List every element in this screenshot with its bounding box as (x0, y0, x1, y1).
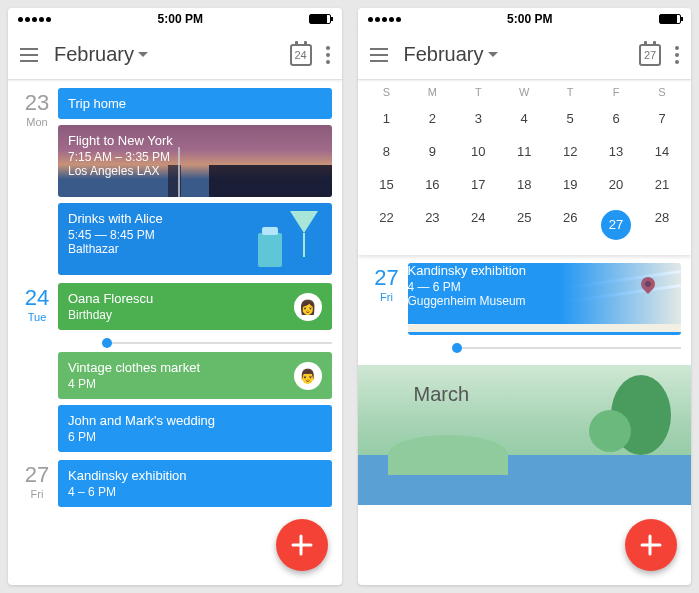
avatar: 👨 (294, 362, 322, 390)
calendar-day[interactable]: 24 (455, 210, 501, 240)
event-title: Kandinsky exhibition (68, 468, 322, 483)
date-number: 24 (16, 285, 58, 311)
signal-dots-icon (18, 17, 51, 22)
weekday-label: W (501, 86, 547, 98)
calendar-day[interactable]: 11 (501, 144, 547, 159)
calendar-day[interactable]: 26 (547, 210, 593, 240)
weekday-label: M (409, 86, 455, 98)
date-weekday: Tue (16, 311, 58, 323)
date-number: 27 (16, 462, 58, 488)
event-title: Flight to New York (68, 133, 322, 148)
calendar-day[interactable]: 27 (601, 210, 631, 240)
calendar-day[interactable]: 22 (364, 210, 410, 240)
event-time: Birthday (68, 308, 322, 322)
battery-icon (309, 14, 331, 24)
overflow-icon[interactable] (675, 46, 679, 64)
weekday-label: T (547, 86, 593, 98)
calendar-day[interactable]: 5 (547, 111, 593, 126)
today-icon[interactable]: 27 (639, 44, 661, 66)
calendar-day[interactable]: 12 (547, 144, 593, 159)
event-card[interactable]: Kandinsky exhibition4 – 6 PM (58, 460, 332, 507)
calendar-day[interactable]: 10 (455, 144, 501, 159)
calendar-day[interactable]: 9 (409, 144, 455, 159)
calendar-day[interactable]: 6 (593, 111, 639, 126)
event-time: 4 PM (68, 377, 322, 391)
create-event-fab[interactable] (276, 519, 328, 571)
event-card[interactable]: Kandinsky exhibition 4 — 6 PM Guggenheim… (408, 263, 682, 335)
event-card[interactable]: Vintage clothes market4 PM👨 (58, 352, 332, 399)
month-hero: March (358, 365, 692, 505)
weekday-label: F (593, 86, 639, 98)
create-event-fab[interactable] (625, 519, 677, 571)
calendar-day[interactable]: 1 (364, 111, 410, 126)
menu-icon[interactable] (20, 48, 38, 62)
event-card[interactable]: John and Mark's wedding6 PM (58, 405, 332, 452)
event-title: John and Mark's wedding (68, 413, 322, 428)
calendar-day[interactable]: 23 (409, 210, 455, 240)
event-card[interactable]: Drinks with Alice5:45 — 8:45 PMBalthazar (58, 203, 332, 275)
calendar-day[interactable]: 17 (455, 177, 501, 192)
calendar-day[interactable]: 7 (639, 111, 685, 126)
status-time: 5:00 PM (158, 12, 203, 26)
status-bar: 5:00 PM (358, 8, 692, 30)
calendar-day[interactable]: 13 (593, 144, 639, 159)
calendar-day[interactable]: 25 (501, 210, 547, 240)
event-location: Balthazar (68, 242, 322, 256)
date-weekday: Fri (366, 291, 408, 303)
weekday-label: S (364, 86, 410, 98)
event-time: 6 PM (68, 430, 322, 444)
calendar-day[interactable]: 18 (501, 177, 547, 192)
calendar-day[interactable]: 4 (501, 111, 547, 126)
calendar-day[interactable]: 28 (639, 210, 685, 240)
event-card[interactable]: Flight to New York7:15 AM – 3:35 PMLos A… (58, 125, 332, 197)
event-time: 4 – 6 PM (68, 485, 322, 499)
status-bar: 5:00 PM (8, 8, 342, 30)
day-block: 27FriKandinsky exhibition4 – 6 PM (8, 452, 342, 500)
event-location: Los Angeles LAX (68, 164, 322, 178)
calendar-day[interactable]: 21 (639, 177, 685, 192)
status-time: 5:00 PM (507, 12, 552, 26)
calendar-day[interactable]: 20 (593, 177, 639, 192)
calendar-day[interactable]: 14 (639, 144, 685, 159)
calendar-day[interactable]: 19 (547, 177, 593, 192)
event-card[interactable]: Oana FlorescuBirthday👩 (58, 283, 332, 330)
event-title: Vintage clothes market (68, 360, 322, 375)
overflow-icon[interactable] (326, 46, 330, 64)
event-card[interactable]: Trip home (58, 88, 332, 119)
weekday-label: T (455, 86, 501, 98)
calendar-day[interactable]: 8 (364, 144, 410, 159)
now-indicator (108, 342, 332, 344)
week-row: 1234567 (358, 102, 692, 135)
calendar-day[interactable]: 16 (409, 177, 455, 192)
calendar-day[interactable]: 2 (409, 111, 455, 126)
event-title: Trip home (68, 96, 322, 111)
menu-icon[interactable] (370, 48, 388, 62)
day-block: 27 Fri Kandinsky exhibition 4 — 6 PM Gug… (358, 255, 692, 351)
day-block: 24TueOana FlorescuBirthday👩Vintage cloth… (8, 275, 342, 452)
app-bar: February 27 (358, 30, 692, 80)
chevron-down-icon (488, 52, 498, 58)
month-dropdown[interactable]: February (404, 43, 498, 66)
week-row: 891011121314 (358, 135, 692, 168)
plus-icon (291, 534, 313, 556)
battery-icon (659, 14, 681, 24)
month-dropdown[interactable]: February (54, 43, 148, 66)
signal-dots-icon (368, 17, 401, 22)
phone-agenda: 5:00 PM February 24 23MonTrip homeFlight… (8, 8, 342, 585)
event-time: 4 — 6 PM (408, 280, 682, 294)
date-number: 27 (366, 265, 408, 291)
event-location: Guggenheim Museum (408, 294, 682, 308)
weekday-label: S (639, 86, 685, 98)
week-row: 15161718192021 (358, 168, 692, 201)
month-label: February (54, 43, 134, 66)
weekday-header: SMTWTFS (358, 80, 692, 102)
month-scroll[interactable]: SMTWTFS 12345678910111213141516171819202… (358, 80, 692, 585)
today-icon[interactable]: 24 (290, 44, 312, 66)
day-block: 23MonTrip homeFlight to New York7:15 AM … (8, 80, 342, 275)
event-time: 7:15 AM – 3:35 PM (68, 150, 322, 164)
event-title: Oana Florescu (68, 291, 322, 306)
calendar-day[interactable]: 3 (455, 111, 501, 126)
agenda-scroll[interactable]: 23MonTrip homeFlight to New York7:15 AM … (8, 80, 342, 585)
calendar-day[interactable]: 15 (364, 177, 410, 192)
week-row: 22232425262728 (358, 201, 692, 249)
